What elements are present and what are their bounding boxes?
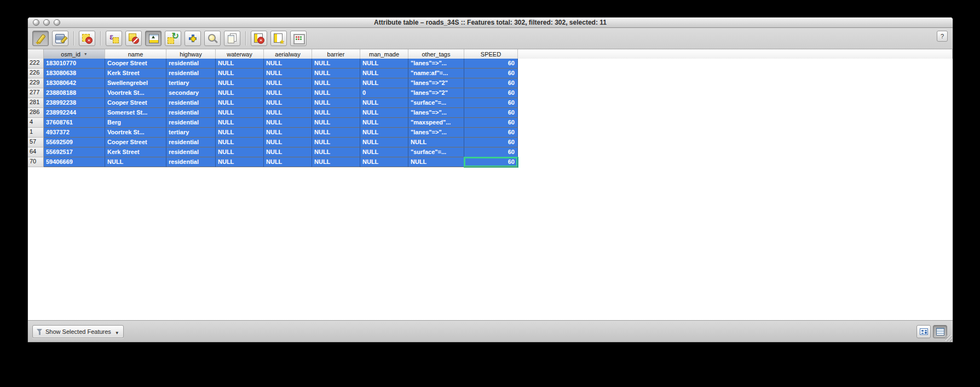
table-cell[interactable]: 60 — [464, 59, 518, 69]
table-cell[interactable]: NULL — [312, 128, 360, 138]
table-cell[interactable]: NULL — [360, 59, 408, 69]
invert-selection-button[interactable] — [165, 31, 181, 46]
table-cell[interactable]: NULL — [264, 69, 312, 78]
table-cell[interactable]: tertiary — [166, 128, 216, 138]
table-cell[interactable]: 183080642 — [44, 78, 105, 88]
table-cell[interactable]: NULL — [360, 147, 408, 157]
table-cell[interactable]: NULL — [312, 118, 360, 128]
table-cell[interactable]: NULL — [264, 108, 312, 118]
table-cell[interactable]: NULL — [312, 157, 360, 167]
table-cell[interactable]: NULL — [264, 59, 312, 69]
column-header-highway[interactable]: highway — [166, 49, 216, 59]
table-cell[interactable]: Kerk Street — [105, 147, 166, 157]
table-cell[interactable]: "lanes"=>"... — [408, 108, 464, 118]
table-cell[interactable]: NULL — [312, 108, 360, 118]
table-cell[interactable]: 4937372 — [44, 128, 105, 138]
table-cell[interactable]: NULL — [216, 147, 264, 157]
table-cell[interactable]: NULL — [312, 69, 360, 78]
table-cell[interactable]: 183080638 — [44, 69, 105, 78]
row-header[interactable]: 4 — [28, 118, 44, 128]
table-cell[interactable]: 60 — [464, 147, 518, 157]
table-cell[interactable]: NULL — [105, 157, 166, 167]
table-cell[interactable]: NULL — [216, 78, 264, 88]
table-cell[interactable]: NULL — [264, 147, 312, 157]
table-cell[interactable]: NULL — [216, 59, 264, 69]
table-cell[interactable]: NULL — [216, 157, 264, 167]
table-cell[interactable]: "lanes"=>"2" — [408, 78, 464, 88]
table-cell[interactable]: secondary — [166, 88, 216, 98]
table-cell[interactable]: 55692509 — [44, 138, 105, 147]
table-cell[interactable]: residential — [166, 147, 216, 157]
table-cell[interactable]: 60 — [464, 69, 518, 78]
table-cell[interactable]: "surface"=... — [408, 98, 464, 108]
close-window-button[interactable] — [33, 19, 39, 26]
table-cell[interactable]: NULL — [360, 138, 408, 147]
column-header-man_made[interactable]: man_made — [360, 49, 408, 59]
row-header[interactable]: 1 — [28, 128, 44, 138]
table-cell[interactable]: tertiary — [166, 78, 216, 88]
table-cell[interactable]: Voortrek St... — [105, 128, 166, 138]
table-cell[interactable]: NULL — [264, 98, 312, 108]
table-cell[interactable]: residential — [166, 59, 216, 69]
row-header[interactable]: 57 — [28, 138, 44, 147]
row-header[interactable]: 281 — [28, 98, 44, 108]
table-cell[interactable]: NULL — [216, 69, 264, 78]
table-cell[interactable]: "name:af"=... — [408, 69, 464, 78]
table-cell[interactable]: NULL — [312, 147, 360, 157]
help-button[interactable]: ? — [937, 31, 948, 42]
table-cell[interactable]: NULL — [216, 88, 264, 98]
column-header-name[interactable]: name — [105, 49, 166, 59]
table-cell[interactable]: residential — [166, 98, 216, 108]
table-cell[interactable]: 60 — [464, 98, 518, 108]
table-cell[interactable]: NULL — [264, 138, 312, 147]
row-header[interactable]: 226 — [28, 69, 44, 78]
delete-column-button[interactable] — [251, 31, 267, 46]
table-cell[interactable]: "lanes"=>"2" — [408, 88, 464, 98]
table-cell[interactable]: NULL — [360, 98, 408, 108]
zoom-to-selected-button[interactable] — [204, 31, 221, 46]
table-cell[interactable]: 238992244 — [44, 108, 105, 118]
table-cell[interactable]: 37608761 — [44, 118, 105, 128]
table-cell[interactable]: NULL — [312, 138, 360, 147]
table-cell[interactable]: Cooper Street — [105, 98, 166, 108]
row-header[interactable]: 277 — [28, 88, 44, 98]
show-selected-features-dropdown[interactable]: Show Selected Features ▼ — [32, 325, 124, 338]
table-cell[interactable]: 60 — [464, 108, 518, 118]
table-cell[interactable]: NULL — [360, 128, 408, 138]
move-selection-to-top-button[interactable] — [145, 31, 162, 46]
table-cell[interactable]: NULL — [216, 138, 264, 147]
table-cell[interactable]: Swellengrebel — [105, 78, 166, 88]
table-cell[interactable]: NULL — [408, 138, 464, 147]
table-cell[interactable]: 60 — [464, 118, 518, 128]
toggle-editing-button[interactable] — [32, 31, 49, 46]
column-header-other_tags[interactable]: other_tags — [408, 49, 464, 59]
delete-selected-button[interactable] — [79, 31, 95, 46]
row-header[interactable]: 222 — [28, 59, 44, 69]
table-cell[interactable]: NULL — [312, 59, 360, 69]
table-cell[interactable]: Cooper Street — [105, 138, 166, 147]
table-cell[interactable]: NULL — [360, 157, 408, 167]
table-cell[interactable]: NULL — [312, 78, 360, 88]
zoom-window-button[interactable] — [54, 19, 60, 26]
table-cell[interactable]: NULL — [360, 108, 408, 118]
table-cell[interactable]: NULL — [216, 128, 264, 138]
table-cell[interactable]: residential — [166, 138, 216, 147]
minimize-window-button[interactable] — [43, 19, 50, 26]
field-calculator-button[interactable] — [290, 31, 307, 46]
row-header[interactable]: 70 — [28, 157, 44, 167]
table-cell[interactable]: residential — [166, 108, 216, 118]
window-resize-grip[interactable] — [946, 335, 952, 342]
table-cell[interactable]: Voortrek St... — [105, 88, 166, 98]
table-cell[interactable]: 55692517 — [44, 147, 105, 157]
table-cell[interactable]: NULL — [216, 108, 264, 118]
copy-selected-button[interactable] — [224, 31, 240, 46]
row-header[interactable]: 229 — [28, 78, 44, 88]
table-cell[interactable]: NULL — [264, 88, 312, 98]
table-cell[interactable]: residential — [166, 157, 216, 167]
table-cell[interactable]: "surface"=... — [408, 147, 464, 157]
table-cell[interactable]: NULL — [264, 118, 312, 128]
table-cell[interactable]: 59406669 — [44, 157, 105, 167]
table-cell[interactable]: "lanes"=>"... — [408, 128, 464, 138]
table-cell[interactable]: 238808188 — [44, 88, 105, 98]
table-cell[interactable]: residential — [166, 118, 216, 128]
